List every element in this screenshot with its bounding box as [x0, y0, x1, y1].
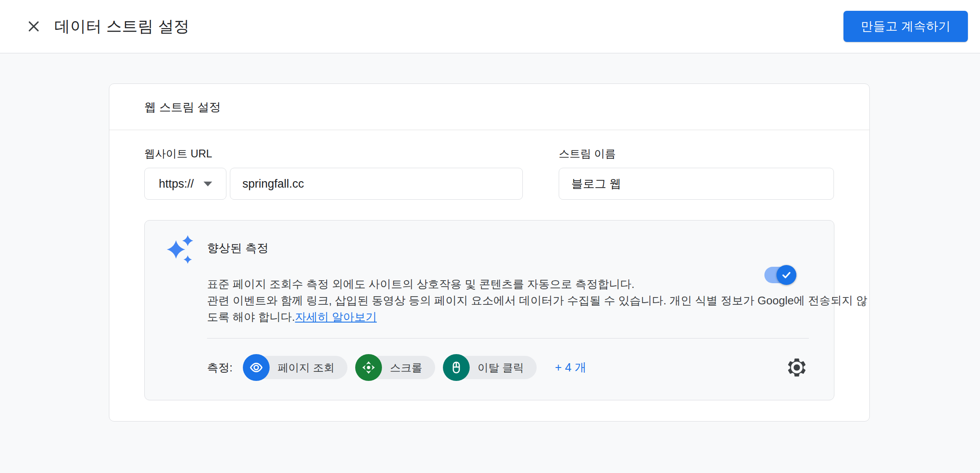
gear-icon	[786, 356, 808, 379]
description-line: 표준 페이지 조회수 측정 외에도 사이트의 상호작용 및 콘텐츠를 자동으로 …	[207, 276, 809, 292]
page-content: 웹 스트림 설정 웹사이트 URL https:// 스트림 이름	[0, 54, 980, 422]
toggle-thumb-checked	[776, 265, 796, 285]
measurement-settings-button[interactable]	[785, 355, 809, 380]
chip-page-view: 페이지 조회	[243, 354, 347, 381]
create-and-continue-button[interactable]: 만들고 계속하기	[843, 11, 968, 42]
stream-name-input[interactable]	[559, 168, 834, 200]
enhanced-measurement-description: 표준 페이지 조회수 측정 외에도 사이트의 상호작용 및 콘텐츠를 자동으로 …	[207, 276, 809, 325]
stream-form-row: 웹사이트 URL https:// 스트림 이름	[144, 147, 834, 200]
close-icon	[26, 19, 41, 34]
description-line-text: 도록 해야 합니다.	[207, 310, 295, 323]
website-url-input[interactable]	[230, 168, 523, 200]
website-url-field-group: 웹사이트 URL https://	[144, 147, 523, 200]
measure-label: 측정:	[207, 360, 232, 375]
eye-icon	[243, 354, 270, 381]
stream-name-label: 스트림 이름	[559, 147, 834, 161]
enhanced-measurement-toggle[interactable]	[764, 267, 796, 283]
chip-outbound-click: 이탈 클릭	[443, 354, 537, 381]
protocol-value: https://	[159, 177, 194, 191]
card-section-title: 웹 스트림 설정	[109, 84, 869, 130]
description-line: 도록 해야 합니다.자세히 알아보기	[207, 309, 809, 325]
mouse-icon	[443, 354, 470, 381]
learn-more-link[interactable]: 자세히 알아보기	[295, 310, 377, 323]
enhanced-measurement-header: 향상된 측정	[167, 233, 809, 265]
close-button[interactable]	[25, 18, 42, 35]
chip-scroll: 스크롤	[355, 354, 435, 381]
more-measurements-link[interactable]: + 4 개	[555, 360, 586, 375]
web-stream-card: 웹 스트림 설정 웹사이트 URL https:// 스트림 이름	[109, 83, 870, 422]
website-url-input-group: https://	[144, 168, 523, 200]
pan-icon	[355, 354, 382, 381]
protocol-select[interactable]: https://	[144, 168, 226, 200]
measurement-chips-row: 측정: 페이지 조회	[207, 354, 809, 381]
chevron-down-icon	[204, 182, 212, 186]
page-title: 데이터 스트림 설정	[54, 16, 190, 37]
dialog-header: 데이터 스트림 설정 만들고 계속하기	[0, 0, 980, 54]
sparkle-icon	[167, 233, 194, 265]
description-line: 관련 이벤트와 함께 링크, 삽입된 동영상 등의 페이지 요소에서 데이터가 …	[207, 292, 809, 309]
divider	[207, 338, 809, 339]
enhanced-measurement-title: 향상된 측정	[207, 240, 269, 265]
stream-name-field-group: 스트림 이름	[559, 147, 834, 200]
enhanced-measurement-box: 향상된 측정 표준 페이지 조회수 측정 외에도 사이트의 상호작용 및 콘텐츠…	[144, 220, 834, 400]
website-url-label: 웹사이트 URL	[144, 147, 523, 161]
card-body: 웹사이트 URL https:// 스트림 이름	[109, 130, 869, 421]
